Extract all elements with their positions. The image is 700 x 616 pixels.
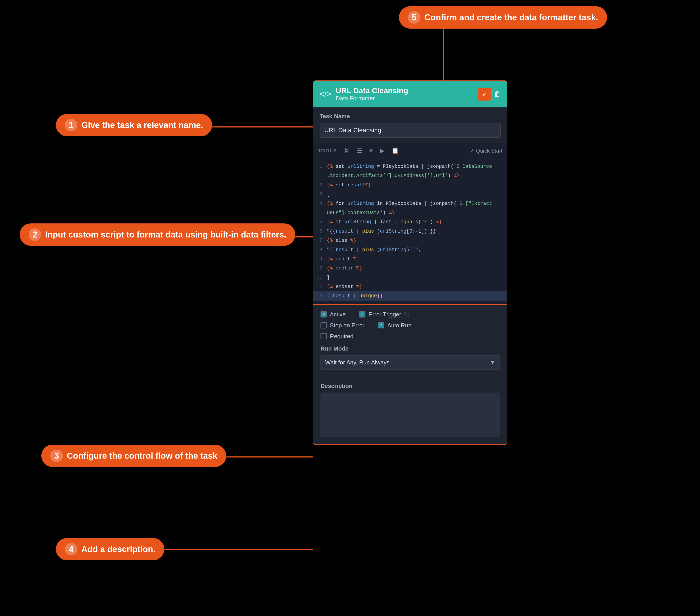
step5-bubble: 5 Confirm and create the data formatter … <box>399 6 607 29</box>
error-trigger-checkbox[interactable]: ✓ <box>359 311 365 317</box>
step2-number: 2 <box>29 228 41 241</box>
auto-run-label: Auto Run <box>387 322 411 329</box>
step1-bubble: 1 Give the task a relevant name. <box>56 114 212 136</box>
step3-number: 3 <box>50 450 63 462</box>
task-name-section: Task Name <box>313 107 507 143</box>
step3-label: Configure the control flow of the task <box>67 451 217 461</box>
step5-number: 5 <box>408 11 421 24</box>
code-line: URLs"].contextData') %} <box>313 208 507 217</box>
line-num: 5 <box>313 218 327 226</box>
code-line: 2 {% set result%} <box>313 180 507 190</box>
code-line-highlighted: 13 {{result | unique}} <box>313 291 507 301</box>
code-text: {% else %} <box>327 236 507 245</box>
code-text: URLs"].contextData') %} <box>327 209 507 217</box>
code-text: {% set result%} <box>327 181 507 189</box>
line-num: 11 <box>313 274 327 282</box>
code-line: 7 {% else %} <box>313 236 507 245</box>
code-line: .incident.Artifacts[*].URLAddress[*].Url… <box>313 171 507 180</box>
required-checkbox[interactable] <box>321 333 327 339</box>
step1-number: 1 <box>65 119 77 131</box>
checkbox-row-2: Stop on Error ✓ Auto Run <box>321 322 500 329</box>
code-line: 6 "{{result | plus (urlString[0:-1]) }}"… <box>313 227 507 236</box>
main-panel: </> URL Data Cleansing Data Formatter ✓ … <box>313 80 507 445</box>
code-text: {% if urlString | last | equals("/") %} <box>327 218 507 226</box>
active-check-mark: ✓ <box>322 312 325 317</box>
line-num <box>313 172 327 180</box>
error-trigger-check-mark: ✓ <box>361 312 364 317</box>
stop-on-error-checkbox-item: Stop on Error <box>321 322 364 329</box>
code-text: "{{result | plus (urlString)}}", <box>327 246 507 254</box>
error-trigger-label: Error Trigger <box>368 311 401 318</box>
error-trigger-checkbox-item: ✓ Error Trigger ⓘ <box>359 311 409 318</box>
info-icon[interactable]: ⓘ <box>404 311 409 318</box>
description-textarea[interactable] <box>321 392 500 437</box>
required-label: Required <box>330 333 353 340</box>
task-name-label: Task Name <box>320 113 501 120</box>
code-editor-section: TOOLS 🎛 ☰ ≡ ▶ 📋 ↗ Quick Start 1 {% set u… <box>313 143 507 304</box>
panel-header: </> URL Data Cleansing Data Formatter ✓ … <box>313 81 507 107</box>
tools-label: TOOLS <box>318 148 337 154</box>
auto-run-checkbox[interactable]: ✓ <box>378 322 384 328</box>
line-num: 3 <box>313 190 327 198</box>
code-line: 5 {% if urlString | last | equals("/") %… <box>313 217 507 227</box>
code-text: [ <box>327 190 507 198</box>
code-text: {% endfor %} <box>327 264 507 272</box>
code-line: 1 {% set urlString = PlaybookData | json… <box>313 162 507 171</box>
tool-btn-3[interactable]: ≡ <box>367 146 374 155</box>
code-editor[interactable]: 1 {% set urlString = PlaybookData | json… <box>313 159 507 304</box>
code-text: .incident.Artifacts[*].URLAddress[*].Url… <box>327 172 507 180</box>
code-line: 4 {% for urlString in PlaybookData | jso… <box>313 199 507 208</box>
code-text: {{result | unique}} <box>327 292 507 300</box>
run-mode-section: Run Mode Wait for Any, Run Always ▼ <box>321 345 500 369</box>
panel-subtitle: Data Formatter <box>336 95 474 102</box>
line-num: 4 <box>313 200 327 208</box>
step2-label: Input custom script to format data using… <box>45 230 286 240</box>
line-num: 12 <box>313 282 327 291</box>
code-text: "{{result | plus (urlString[0:-1]) }}", <box>327 227 507 236</box>
checkbox-row-1: ✓ Active ✓ Error Trigger ⓘ <box>321 311 500 318</box>
quick-start-label: Quick Start <box>476 148 502 154</box>
run-mode-label: Run Mode <box>321 345 500 352</box>
description-section: Description <box>313 376 507 444</box>
step1-label: Give the task a relevant name. <box>82 121 203 130</box>
line-num: 10 <box>313 264 327 272</box>
code-line: 8 "{{result | plus (urlString)}}", <box>313 245 507 254</box>
line-num: 13 <box>313 292 327 300</box>
auto-run-check-mark: ✓ <box>379 323 383 328</box>
active-label: Active <box>330 311 346 318</box>
step3-bubble: 3 Configure the control flow of the task <box>41 445 226 467</box>
step4-label: Add a description. <box>82 544 155 554</box>
tool-btn-2[interactable]: ☰ <box>355 146 364 155</box>
line-num: 7 <box>313 236 327 245</box>
tool-btn-1[interactable]: 🎛 <box>342 146 352 155</box>
quick-start-icon: ↗ <box>470 148 474 154</box>
line-num: 9 <box>313 255 327 263</box>
tool-btn-info[interactable]: 📋 <box>390 146 400 155</box>
code-line: 9 {% endif %} <box>313 254 507 264</box>
panel-header-actions: ✓ 🗑 <box>478 88 501 101</box>
step4-number: 4 <box>65 543 77 555</box>
panel-title: URL Data Cleansing <box>336 86 474 95</box>
line-num <box>313 209 327 217</box>
run-mode-select[interactable]: Wait for Any, Run Always <box>321 355 500 369</box>
required-checkbox-item: Required <box>321 333 353 340</box>
active-checkbox[interactable]: ✓ <box>321 311 327 317</box>
code-line: 3 [ <box>313 190 507 199</box>
tool-btn-play[interactable]: ▶ <box>378 146 386 155</box>
code-text: {% endif %} <box>327 255 507 263</box>
delete-button[interactable]: 🗑 <box>494 90 501 98</box>
line-num: 1 <box>313 162 327 171</box>
code-text: {% for urlString in PlaybookData | jsonp… <box>327 200 507 208</box>
line-num: 8 <box>313 246 327 254</box>
panel-title-group: URL Data Cleansing Data Formatter <box>336 86 474 102</box>
code-line: 10 {% endfor %} <box>313 264 507 273</box>
code-line: 12 {% endset %} <box>313 282 507 291</box>
quick-start-button[interactable]: ↗ Quick Start <box>470 148 502 154</box>
stop-on-error-checkbox[interactable] <box>321 322 327 328</box>
control-flow-section: ✓ Active ✓ Error Trigger ⓘ Stop on Error… <box>313 304 507 376</box>
line-num: 2 <box>313 181 327 189</box>
line-num: 6 <box>313 227 327 236</box>
checkbox-row-3: Required <box>321 333 500 340</box>
confirm-button[interactable]: ✓ <box>478 88 491 101</box>
task-name-input[interactable] <box>320 123 501 138</box>
